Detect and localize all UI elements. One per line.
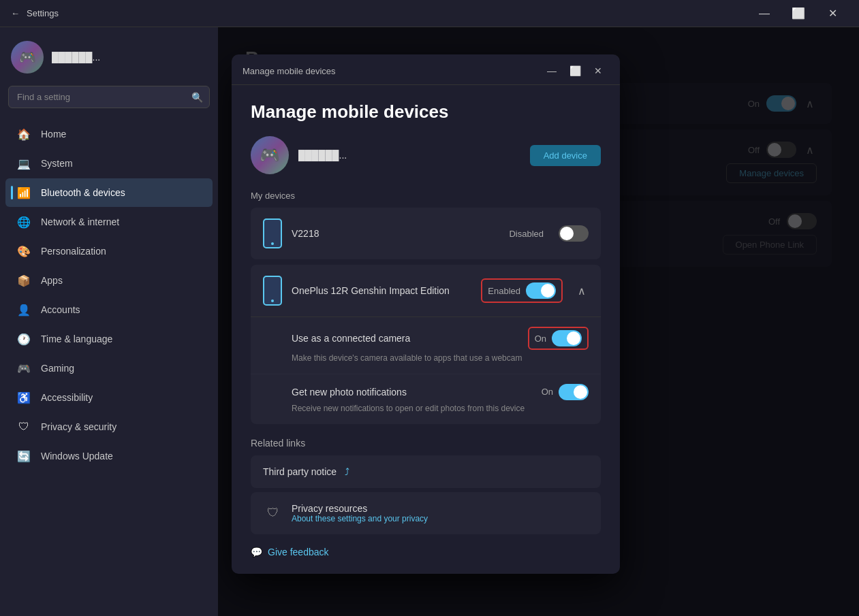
device-toggle-v2218-thumb xyxy=(560,227,574,240)
sidebar-item-home[interactable]: 🏠 Home xyxy=(5,120,213,148)
device-toggle-v2218[interactable] xyxy=(559,225,589,242)
photos-setting-desc: Receive new notifications to open or edi… xyxy=(292,403,589,415)
gaming-icon: 🎮 xyxy=(16,361,31,376)
dialog-body: Manage mobile devices 🎮 ██████... Add de… xyxy=(232,85,620,574)
photos-setting-header: Get new photo notifications On xyxy=(292,384,589,400)
my-devices-label: My devices xyxy=(251,191,601,201)
sidebar-item-personalization[interactable]: 🎨 Personalization xyxy=(5,237,213,265)
feedback-link[interactable]: 💬 Give feedback xyxy=(251,538,601,557)
camera-toggle-highlight: On xyxy=(528,327,589,350)
title-bar-left: ← Settings xyxy=(11,8,59,18)
privacy-resources-text: Privacy resources About these settings a… xyxy=(292,503,589,523)
sidebar-user: 🎮 ██████... xyxy=(0,27,218,80)
dialog-overlay: Manage mobile devices — ⬜ ✕ Manage mobil… xyxy=(218,27,859,616)
privacy-resources-link[interactable]: 🛡 Privacy resources About these settings… xyxy=(251,492,601,534)
device-expand-oneplus[interactable]: ∧ xyxy=(575,285,589,297)
title-bar: ← Settings — ⬜ ✕ xyxy=(0,0,859,27)
device-toggle-oneplus-thumb xyxy=(541,284,555,297)
sidebar-item-system[interactable]: 💻 System xyxy=(5,149,213,178)
dialog-controls: — ⬜ ✕ xyxy=(541,63,609,79)
device-expanded-oneplus: Use as a connected camera On xyxy=(251,317,601,424)
bluetooth-icon: 📶 xyxy=(16,185,31,200)
camera-toggle-thumb xyxy=(567,331,580,345)
system-icon: 💻 xyxy=(16,156,31,171)
dialog-maximize-button[interactable]: ⬜ xyxy=(564,63,586,79)
dialog-title-bar: Manage mobile devices — ⬜ ✕ xyxy=(232,54,620,85)
device-icon-oneplus xyxy=(263,276,282,306)
search-input[interactable] xyxy=(8,86,210,108)
camera-setting-header: Use as a connected camera On xyxy=(292,327,589,350)
title-bar-controls: — ⬜ ✕ xyxy=(749,3,848,25)
related-links-title: Related links xyxy=(251,438,601,449)
search-icon: 🔍 xyxy=(191,92,203,103)
device-icon-v2218 xyxy=(263,218,282,248)
sidebar-item-privacy[interactable]: 🛡 Privacy & security xyxy=(5,412,213,441)
sidebar-item-accounts[interactable]: 👤 Accounts xyxy=(5,295,213,324)
camera-setting-title: Use as a connected camera xyxy=(292,333,410,344)
update-icon: 🔄 xyxy=(16,449,31,464)
network-icon: 🌐 xyxy=(16,214,31,229)
camera-toggle-label: On xyxy=(535,334,546,344)
camera-setting-row: Use as a connected camera On xyxy=(251,317,601,374)
user-name: ██████... xyxy=(52,52,100,63)
feedback-icon: 💬 xyxy=(251,547,262,557)
device-row-oneplus: OnePlus 12R Genshin Impact Edition Enabl… xyxy=(251,265,601,317)
dialog-close-button[interactable]: ✕ xyxy=(587,63,609,79)
manage-mobile-devices-dialog: Manage mobile devices — ⬜ ✕ Manage mobil… xyxy=(232,54,620,574)
sidebar-item-time[interactable]: 🕐 Time & language xyxy=(5,325,213,353)
photos-setting-row: Get new photo notifications On Receive n… xyxy=(251,374,601,424)
feedback-text: Give feedback xyxy=(268,547,329,557)
sidebar-item-bluetooth[interactable]: 📶 Bluetooth & devices xyxy=(5,178,213,207)
sidebar-item-apps[interactable]: 📦 Apps xyxy=(5,266,213,295)
device-card-v2218: V2218 Disabled xyxy=(251,208,601,259)
sidebar-nav: 🏠 Home 💻 System 📶 Bluetooth & devices 🌐 … xyxy=(0,119,218,471)
accounts-icon: 👤 xyxy=(16,302,31,317)
device-name-oneplus: OnePlus 12R Genshin Impact Edition xyxy=(292,285,471,296)
dialog-minimize-button[interactable]: — xyxy=(541,63,563,79)
photos-toggle-thumb xyxy=(574,385,587,399)
photos-toggle-label: On xyxy=(542,387,553,397)
personalization-icon: 🎨 xyxy=(16,244,31,259)
dialog-user-info: 🎮 ██████... xyxy=(251,136,530,174)
sidebar: 🎮 ██████... 🔍 🏠 Home 💻 System 📶 Bluetoot… xyxy=(0,27,218,616)
third-party-title: Third party notice xyxy=(263,466,337,477)
related-links-section: Related links Third party notice ⤴ 🛡 Pri… xyxy=(251,438,601,534)
privacy-icon: 🛡 xyxy=(16,419,31,434)
device-status-v2218: Disabled xyxy=(509,229,544,239)
sidebar-item-network[interactable]: 🌐 Network & internet xyxy=(5,208,213,236)
dialog-username: ██████... xyxy=(298,150,347,161)
dialog-avatar: 🎮 xyxy=(251,136,289,174)
apps-icon: 📦 xyxy=(16,273,31,288)
third-party-link[interactable]: Third party notice ⤴ xyxy=(251,455,601,488)
close-button[interactable]: ✕ xyxy=(817,3,848,25)
device-toggle-oneplus[interactable] xyxy=(526,282,556,299)
add-device-button[interactable]: Add device xyxy=(530,145,601,166)
photos-setting-title: Get new photo notifications xyxy=(292,387,407,398)
accessibility-icon: ♿ xyxy=(16,390,31,405)
external-link-icon: ⤴ xyxy=(345,466,349,477)
sidebar-item-accessibility[interactable]: ♿ Accessibility xyxy=(5,383,213,412)
camera-toggle[interactable] xyxy=(552,330,582,346)
main-layout: 🎮 ██████... 🔍 🏠 Home 💻 System 📶 Bluetoot… xyxy=(0,27,859,616)
photos-toggle[interactable] xyxy=(559,384,589,400)
device-name-v2218: V2218 xyxy=(292,228,499,239)
content-area: B On ∧ xyxy=(218,27,859,616)
photos-toggle-area: On xyxy=(542,384,589,400)
shield-icon: 🛡 xyxy=(263,503,283,523)
search-box: 🔍 xyxy=(8,86,210,108)
sidebar-item-update[interactable]: 🔄 Windows Update xyxy=(5,442,213,470)
privacy-resources-title: Privacy resources xyxy=(292,503,589,514)
device-card-oneplus: OnePlus 12R Genshin Impact Edition Enabl… xyxy=(251,265,601,424)
privacy-resources-sub: About these settings and your privacy xyxy=(292,514,589,523)
maximize-button[interactable]: ⬜ xyxy=(783,3,814,25)
home-icon: 🏠 xyxy=(16,127,31,142)
back-arrow[interactable]: ← xyxy=(11,8,20,18)
sidebar-item-gaming[interactable]: 🎮 Gaming xyxy=(5,354,213,383)
minimize-button[interactable]: — xyxy=(749,3,780,25)
dialog-heading: Manage mobile devices xyxy=(251,101,601,123)
dialog-title-text: Manage mobile devices xyxy=(243,66,336,76)
device-row-v2218: V2218 Disabled xyxy=(251,208,601,259)
device-status-oneplus: Enabled xyxy=(488,286,520,296)
camera-setting-desc: Make this device's camera available to a… xyxy=(292,353,589,364)
time-icon: 🕐 xyxy=(16,331,31,346)
